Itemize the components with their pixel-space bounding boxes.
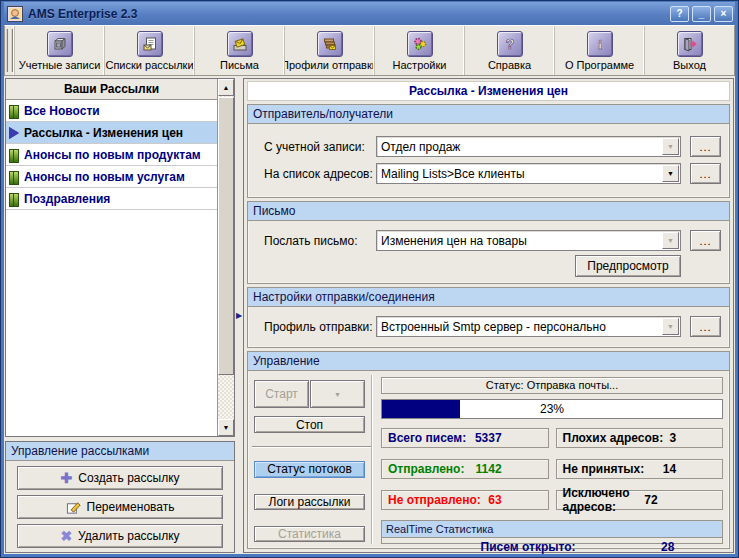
minimize-button[interactable]: _ (692, 6, 711, 22)
main-panel: Рассылка - Изменения цен Отправитель/пол… (243, 78, 734, 553)
control-group-header: Управление (248, 352, 729, 371)
rename-mailing-label: Переименовать (87, 500, 175, 514)
mailing-title: Рассылка - Изменения цен (247, 81, 730, 101)
help-titlebar-button[interactable]: ? (670, 6, 689, 22)
thread-status-button[interactable]: Статус потоков (254, 461, 365, 477)
profile-browse-button[interactable]: ... (690, 316, 721, 337)
list-item[interactable]: Анонсы по новым продуктам (6, 144, 217, 166)
profile-group-header: Настройки отправки/соединения (248, 288, 729, 307)
letter-group: Письмо Послать письмо: Изменения цен на … (247, 201, 730, 284)
svg-text:i: i (598, 37, 602, 52)
app-window: AMS Enterprise 2.3 ? _ × Учетные записи (0, 0, 739, 558)
stat-value: 3 (669, 431, 676, 445)
preview-button[interactable]: Предпросмотр (575, 255, 681, 277)
account-value: Отдел продаж (377, 140, 661, 154)
address-list-browse-button[interactable]: ... (690, 163, 721, 184)
toolbar-label: Справка (488, 59, 531, 71)
send-profiles-icon (317, 31, 343, 57)
account-browse-button[interactable]: ... (690, 136, 721, 157)
toolbar-button-about[interactable]: i О Программе (554, 26, 644, 75)
letter-label: Послать письмо: (264, 234, 376, 248)
stat-not-accepted: Не принятых: 14 (556, 459, 724, 479)
stat-excluded-addresses: Исключено адресов: 72 (556, 490, 724, 510)
toolbar-button-exit[interactable]: Выход (644, 26, 734, 75)
paused-status-icon (9, 105, 19, 117)
scrollbar-thumb[interactable] (218, 97, 234, 375)
toolbar: Учетные записи Списки рассылки (4, 25, 735, 76)
stat-label: Всего писем: (388, 431, 466, 445)
window-title: AMS Enterprise 2.3 (28, 7, 667, 21)
plus-icon: ✚ (60, 471, 72, 485)
manage-panel-header: Управление рассылками (6, 442, 234, 461)
stat-label: Плохих адресов: (563, 431, 664, 445)
start-button[interactable]: Старт (254, 380, 309, 408)
scroll-down-icon[interactable]: ▼ (218, 419, 234, 436)
toolbar-label: Письма (220, 59, 259, 71)
toolbar-button-accounts[interactable]: Учетные записи (14, 26, 104, 75)
toolbar-gripper[interactable] (6, 29, 13, 72)
toolbar-button-send-profiles[interactable]: Профили отправки (284, 26, 374, 75)
help-icon: ? (497, 31, 523, 57)
rename-mailing-button[interactable]: Переименовать (17, 495, 223, 519)
toolbar-label: О Программе (565, 59, 634, 71)
client-area: Ваши Рассылки Все Новости Рассылка - Изм… (4, 76, 735, 554)
list-item-label: Рассылка - Изменения цен (24, 126, 183, 140)
stat-value: 63 (488, 493, 501, 507)
progress-bar: 23% (381, 399, 723, 419)
stat-label: Исключено адресов: (563, 486, 645, 514)
address-list-combobox[interactable]: Mailing Lists>Все клиенты ▼ (376, 163, 681, 184)
toolbar-button-help[interactable]: ? Справка (464, 26, 554, 75)
close-button[interactable]: × (714, 6, 733, 22)
svg-text:?: ? (505, 36, 514, 52)
accounts-icon (47, 31, 73, 57)
toolbar-label: Профили отправки (284, 59, 374, 71)
splitter-collapse-icon: ▶ (236, 311, 242, 320)
chevron-down-icon[interactable]: ▼ (662, 318, 679, 335)
letter-combobox[interactable]: Изменения цен на товары ▼ (376, 230, 681, 251)
list-item[interactable]: Все Новости (6, 100, 217, 122)
chevron-down-icon[interactable]: ▼ (662, 232, 679, 249)
list-item[interactable]: Поздравления (6, 188, 217, 210)
stat-label: Не отправлено: (388, 493, 481, 507)
stat-label: Отправлено: (388, 462, 464, 476)
divider (252, 446, 371, 448)
rt-value: 28 (661, 540, 674, 554)
mailing-logs-button[interactable]: Логи рассылки (254, 494, 365, 510)
list-item-label: Поздравления (24, 192, 110, 206)
title-bar: AMS Enterprise 2.3 ? _ × (4, 2, 735, 25)
start-dropdown-button[interactable]: ▼ (310, 380, 365, 408)
scrollbar-track[interactable] (218, 96, 234, 419)
toolbar-button-letters[interactable]: Письма (194, 26, 284, 75)
stop-button[interactable]: Стоп (254, 416, 365, 433)
progress-label: 23% (382, 400, 722, 418)
address-list-value: Mailing Lists>Все клиенты (377, 167, 661, 181)
create-mailing-button[interactable]: ✚ Создать рассылку (17, 466, 223, 490)
profile-combobox[interactable]: Встроенный Smtp сервер - персонально ▼ (376, 316, 681, 337)
list-item-label: Анонсы по новым услугам (24, 170, 185, 184)
control-buttons-column: Старт ▼ Стоп Статус потоков Логи рассылк… (252, 375, 372, 544)
delete-mailing-button[interactable]: ✖ Удалить рассылку (17, 524, 223, 548)
stat-sent: Отправлено: 1142 (381, 459, 549, 479)
list-item-label: Анонсы по новым продуктам (24, 148, 201, 162)
chevron-down-icon[interactable]: ▼ (662, 138, 679, 155)
toolbar-button-settings[interactable]: Настройки (374, 26, 464, 75)
scroll-up-icon[interactable]: ▲ (218, 79, 234, 96)
chevron-down-icon[interactable]: ▼ (662, 165, 679, 182)
mailings-list-header: Ваши Рассылки (6, 79, 217, 100)
toolbar-button-mailing-lists[interactable]: Списки рассылки (104, 26, 194, 75)
account-combobox[interactable]: Отдел продаж ▼ (376, 136, 681, 157)
sender-group-header: Отправитель/получатели (248, 105, 729, 124)
letter-browse-button[interactable]: ... (690, 230, 721, 251)
list-item[interactable]: Рассылка - Изменения цен (6, 122, 217, 144)
list-item-label: Все Новости (24, 104, 100, 118)
panel-splitter[interactable]: ▶ (235, 78, 243, 553)
mailings-list-panel: Ваши Рассылки Все Новости Рассылка - Изм… (5, 78, 235, 437)
statistics-button[interactable]: Статистика (254, 526, 365, 542)
app-icon[interactable] (7, 6, 23, 22)
toolbar-label: Списки рассылки (105, 59, 193, 71)
stat-not-sent: Не отправлено: 63 (381, 490, 549, 510)
manage-panel: Управление рассылками ✚ Создать рассылку… (5, 441, 235, 553)
list-item[interactable]: Анонсы по новым услугам (6, 166, 217, 188)
stat-value: 14 (663, 462, 676, 476)
stat-label: Не принятых: (563, 462, 645, 476)
